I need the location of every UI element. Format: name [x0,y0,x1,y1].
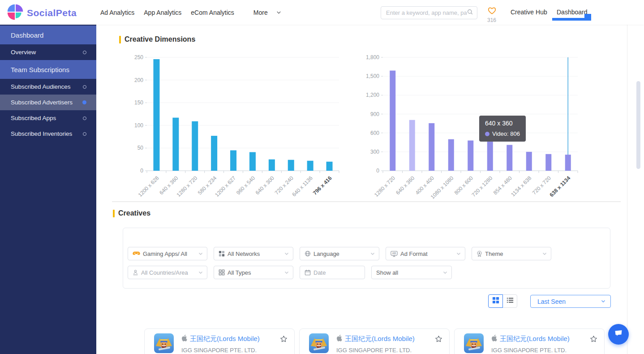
filter-theme[interactable]: Theme [472,247,551,260]
svg-text:1,500: 1,500 [366,73,379,79]
types-icon [219,269,225,276]
nav-item-ecom-analytics[interactable]: eCom Analytics [191,9,234,16]
sidebar-item-label: Team Subscriptions [11,66,69,73]
chevron-down-icon [276,9,282,15]
apple-icon [491,334,497,343]
circle-icon [83,85,86,89]
card-advertiser-name: IGG SINGAPORE PTE. LTD. [181,347,260,354]
svg-text:638 x 1134: 638 x 1134 [548,175,571,198]
filter-show-all[interactable]: Show all [371,266,452,279]
svg-text:600: 600 [370,130,379,136]
sidebar-item-subscribed-inventories[interactable]: Subscribed Inventories [0,126,96,142]
creative-card[interactable]: 王国纪元(Lords Mobile)IGG SINGAPORE PTE. LTD… [299,328,450,354]
creative-dimensions-charts: 0501001502002501200 x 628640 x 3601280 x… [112,52,621,201]
list-view-icon [507,297,514,306]
card-app-title[interactable]: 王国纪元(Lords Mobile) [500,335,570,343]
socialpeta-logo[interactable]: SocialPeta [6,3,77,23]
image-dimensions-bar-chart[interactable]: 0501001502002501200 x 628640 x 3601280 x… [130,52,343,204]
content-edge-divider [627,25,627,354]
sidebar-item-subscribed-apps[interactable]: Subscribed Apps [0,110,96,126]
filter-label: Language [313,250,370,257]
filter-date[interactable]: Date [300,266,365,279]
favorites-count: 316 [485,17,498,23]
dashboard-active-indicator [552,18,591,21]
nav-item-ad-analytics[interactable]: Ad Analytics [100,9,134,16]
search-icon[interactable] [467,9,473,17]
sidebar-item-label: Overview [11,49,36,56]
svg-text:640 x 300: 640 x 300 [254,175,275,196]
sort-select-last-seen[interactable]: Last Seen [530,295,611,308]
svg-text:100: 100 [134,122,143,129]
video-dimensions-bar-chart[interactable]: 03006009001,2001,5001,8001280 x 720640 x… [356,52,589,204]
sidebar-item-subscribed-advertisers[interactable]: Subscribed Advertisers [0,95,96,110]
section-title-creatives: Creatives [113,209,150,217]
filter-all-countries-area[interactable]: All Countries/Area [128,266,207,279]
star-icon[interactable] [434,335,443,343]
favorites-button[interactable]: 316 [485,6,498,23]
filter-label: Theme [485,250,542,257]
comment-icon [613,328,624,341]
sidebar-item-subscribed-audiences[interactable]: Subscribed Audiences [0,79,96,95]
lords-mobile-app-icon[interactable] [464,333,484,354]
theme-icon [477,250,482,257]
svg-text:1,800: 1,800 [366,54,379,60]
view-toggle [488,294,517,308]
svg-text:0: 0 [376,168,379,174]
search-input[interactable] [386,9,467,16]
sidebar-item-label: Subscribed Audiences [11,83,71,90]
svg-text:960 x 540: 960 x 540 [235,175,256,196]
lords-mobile-app-icon[interactable] [309,333,329,354]
svg-text:250: 250 [134,54,143,60]
section-accent-bar [119,36,121,43]
list-view-button[interactable] [502,294,517,308]
filter-all-networks[interactable]: All Networks [214,247,293,260]
lords-mobile-app-icon[interactable] [154,333,174,354]
nav-item-more[interactable]: More [253,9,282,16]
sort-select-value: Last Seen [537,298,601,305]
nav-item-label: App Analytics [144,9,181,16]
card-advertiser-name: IGG SINGAPORE PTE. LTD. [336,347,415,354]
nav-link-creative-hub[interactable]: Creative Hub [511,9,547,16]
ad-format-icon: AD [391,250,398,257]
star-icon[interactable] [589,335,598,343]
heart-icon [487,9,497,16]
sidebar-item-overview[interactable]: Overview [0,44,96,60]
chat-support-button[interactable] [608,324,629,345]
section-title-creative-dimensions: Creative Dimensions [119,35,195,43]
nav-item-app-analytics[interactable]: App Analytics [144,9,181,16]
filter-ad-format[interactable]: ADAd Format [386,247,465,260]
creative-card[interactable]: 王国纪元(Lords Mobile)IGG SINGAPORE PTE. LTD… [144,328,295,354]
nav-link-dashboard[interactable]: Dashboard [557,9,588,16]
svg-text:50: 50 [137,145,144,151]
nav-item-label: More [253,9,268,16]
svg-text:1200 x 627: 1200 x 627 [214,175,237,198]
nav-item-label: eCom Analytics [191,9,234,16]
card-app-title[interactable]: 王国纪元(Lords Mobile) [190,335,260,343]
filter-language[interactable]: Language [300,247,379,260]
svg-text:300: 300 [370,149,379,155]
creative-card[interactable]: 王国纪元(Lords Mobile)IGG SINGAPORE PTE. LTD… [454,328,605,354]
svg-text:1280 x 720: 1280 x 720 [175,175,198,198]
svg-text:1134 x 638: 1134 x 638 [510,175,532,198]
svg-text:200: 200 [134,77,143,83]
search-box [381,6,477,19]
scrollbar-thumb[interactable] [636,81,640,169]
creatives-filter-panel: Gaming Apps/ AllAll NetworksLanguageADAd… [123,228,610,289]
networks-icon [219,250,225,257]
countries-icon [133,269,138,276]
card-app-title[interactable]: 王国纪元(Lords Mobile) [345,335,415,343]
section-title-text: Creatives [118,209,150,217]
circle-icon [83,132,86,136]
filter-gaming-apps-all[interactable]: Gaming Apps/ All [128,247,207,260]
active-dot-icon [82,100,86,104]
sidebar-item-dashboard[interactable]: Dashboard [0,26,96,44]
svg-text:900: 900 [370,111,379,117]
svg-text:720 x 1280: 720 x 1280 [470,175,494,198]
svg-text:1,200: 1,200 [366,92,379,98]
grid-view-button[interactable] [488,294,503,308]
filter-label: Date [313,269,361,276]
filter-all-types[interactable]: All Types [214,266,293,279]
sidebar-item-team-subscriptions[interactable]: Team Subscriptions [0,60,96,79]
star-icon[interactable] [279,335,288,343]
chevron-down-icon [456,251,461,256]
